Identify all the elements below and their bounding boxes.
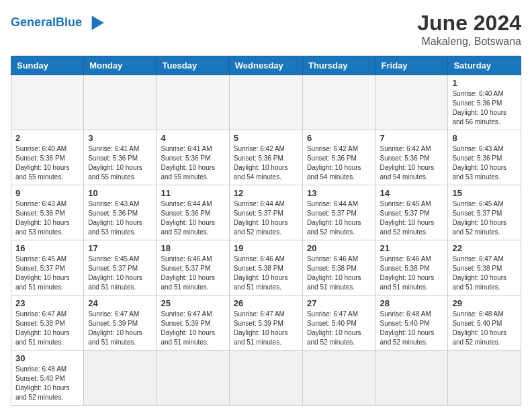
day-number: 19 [234, 243, 298, 253]
month-year-title: June 2024 [417, 11, 521, 36]
day-info: Sunrise: 6:46 AM Sunset: 5:37 PM Dayligh… [161, 255, 224, 292]
calendar-cell: 17Sunrise: 6:45 AM Sunset: 5:37 PM Dayli… [84, 240, 157, 295]
day-number: 28 [380, 298, 444, 308]
calendar-table: SundayMondayTuesdayWednesdayThursdayFrid… [11, 56, 521, 406]
day-info: Sunrise: 6:47 AM Sunset: 5:40 PM Dayligh… [307, 310, 371, 347]
calendar-cell [375, 75, 448, 130]
day-info: Sunrise: 6:41 AM Sunset: 5:36 PM Dayligh… [88, 144, 152, 182]
weekday-header-tuesday: Tuesday [157, 56, 229, 75]
calendar-cell [84, 351, 157, 406]
day-number: 13 [307, 188, 371, 198]
day-info: Sunrise: 6:47 AM Sunset: 5:39 PM Dayligh… [234, 310, 298, 347]
calendar-cell [229, 75, 302, 130]
calendar-cell: 1Sunrise: 6:40 AM Sunset: 5:36 PM Daylig… [448, 75, 521, 130]
day-info: Sunrise: 6:44 AM Sunset: 5:36 PM Dayligh… [161, 199, 224, 237]
calendar-cell [229, 351, 302, 406]
day-info: Sunrise: 6:48 AM Sunset: 5:40 PM Dayligh… [380, 310, 444, 347]
calendar-cell: 30Sunrise: 6:48 AM Sunset: 5:40 PM Dayli… [11, 351, 84, 406]
calendar-cell [302, 351, 375, 406]
day-info: Sunrise: 6:43 AM Sunset: 5:36 PM Dayligh… [88, 199, 152, 237]
day-number: 17 [88, 243, 152, 253]
day-number: 4 [161, 133, 224, 143]
day-info: Sunrise: 6:46 AM Sunset: 5:38 PM Dayligh… [380, 255, 444, 292]
weekday-header-sunday: Sunday [11, 56, 84, 75]
weekday-header-monday: Monday [84, 56, 157, 75]
day-number: 10 [88, 188, 152, 198]
calendar-cell [84, 75, 157, 130]
day-number: 30 [15, 353, 79, 363]
calendar-cell [11, 75, 84, 130]
day-number: 12 [234, 188, 298, 198]
day-info: Sunrise: 6:43 AM Sunset: 5:36 PM Dayligh… [452, 144, 517, 182]
day-number: 14 [380, 188, 444, 198]
day-number: 6 [307, 133, 371, 143]
calendar-cell: 20Sunrise: 6:46 AM Sunset: 5:38 PM Dayli… [302, 240, 375, 295]
day-number: 1 [452, 78, 517, 88]
day-number: 18 [161, 243, 224, 253]
day-number: 29 [452, 298, 517, 308]
calendar-cell [157, 351, 229, 406]
weekday-header-saturday: Saturday [448, 56, 521, 75]
logo: GeneralBlue [11, 11, 107, 35]
title-block: June 2024 Makaleng, Botswana [417, 11, 521, 48]
day-number: 26 [234, 298, 298, 308]
calendar-cell: 2Sunrise: 6:40 AM Sunset: 5:36 PM Daylig… [11, 130, 84, 185]
day-info: Sunrise: 6:42 AM Sunset: 5:36 PM Dayligh… [380, 144, 444, 182]
calendar-cell: 5Sunrise: 6:42 AM Sunset: 5:36 PM Daylig… [229, 130, 302, 185]
calendar-cell: 6Sunrise: 6:42 AM Sunset: 5:36 PM Daylig… [302, 130, 375, 185]
calendar-cell: 24Sunrise: 6:47 AM Sunset: 5:39 PM Dayli… [84, 295, 157, 351]
day-info: Sunrise: 6:45 AM Sunset: 5:37 PM Dayligh… [15, 255, 79, 292]
day-number: 3 [88, 133, 152, 143]
day-number: 2 [15, 133, 79, 143]
calendar-cell: 25Sunrise: 6:47 AM Sunset: 5:39 PM Dayli… [157, 295, 229, 351]
calendar-cell: 23Sunrise: 6:47 AM Sunset: 5:38 PM Dayli… [11, 295, 84, 351]
weekday-header-wednesday: Wednesday [229, 56, 302, 75]
day-info: Sunrise: 6:40 AM Sunset: 5:36 PM Dayligh… [452, 89, 517, 127]
day-info: Sunrise: 6:42 AM Sunset: 5:36 PM Dayligh… [307, 144, 371, 182]
svg-marker-0 [92, 15, 104, 30]
calendar-cell: 21Sunrise: 6:46 AM Sunset: 5:38 PM Dayli… [375, 240, 448, 295]
day-number: 22 [452, 243, 517, 253]
day-number: 11 [161, 188, 224, 198]
calendar-cell [375, 351, 448, 406]
weekday-header-friday: Friday [375, 56, 448, 75]
day-number: 15 [452, 188, 517, 198]
weekday-header-thursday: Thursday [302, 56, 375, 75]
day-info: Sunrise: 6:47 AM Sunset: 5:38 PM Dayligh… [452, 255, 517, 292]
day-info: Sunrise: 6:41 AM Sunset: 5:36 PM Dayligh… [161, 144, 224, 182]
day-info: Sunrise: 6:47 AM Sunset: 5:39 PM Dayligh… [161, 310, 224, 347]
calendar-cell: 27Sunrise: 6:47 AM Sunset: 5:40 PM Dayli… [302, 295, 375, 351]
calendar-cell: 3Sunrise: 6:41 AM Sunset: 5:36 PM Daylig… [84, 130, 157, 185]
day-info: Sunrise: 6:43 AM Sunset: 5:36 PM Dayligh… [15, 199, 79, 237]
day-number: 25 [161, 298, 224, 308]
day-number: 24 [88, 298, 152, 308]
day-info: Sunrise: 6:45 AM Sunset: 5:37 PM Dayligh… [380, 199, 444, 237]
day-info: Sunrise: 6:46 AM Sunset: 5:38 PM Dayligh… [307, 255, 371, 292]
calendar-cell: 9Sunrise: 6:43 AM Sunset: 5:36 PM Daylig… [11, 185, 84, 240]
calendar-cell: 15Sunrise: 6:45 AM Sunset: 5:37 PM Dayli… [448, 185, 521, 240]
calendar-cell: 7Sunrise: 6:42 AM Sunset: 5:36 PM Daylig… [375, 130, 448, 185]
day-number: 8 [452, 133, 517, 143]
day-info: Sunrise: 6:44 AM Sunset: 5:37 PM Dayligh… [307, 199, 371, 237]
calendar-cell: 4Sunrise: 6:41 AM Sunset: 5:36 PM Daylig… [157, 130, 229, 185]
calendar-cell [157, 75, 229, 130]
day-info: Sunrise: 6:48 AM Sunset: 5:40 PM Dayligh… [452, 310, 517, 347]
day-number: 7 [380, 133, 444, 143]
day-number: 23 [15, 298, 79, 308]
calendar-cell: 12Sunrise: 6:44 AM Sunset: 5:37 PM Dayli… [229, 185, 302, 240]
day-number: 5 [234, 133, 298, 143]
logo-icon [83, 11, 107, 35]
day-info: Sunrise: 6:45 AM Sunset: 5:37 PM Dayligh… [88, 255, 152, 292]
day-info: Sunrise: 6:47 AM Sunset: 5:38 PM Dayligh… [15, 310, 79, 347]
page-header: GeneralBlue June 2024 Makaleng, Botswana [11, 11, 521, 48]
day-info: Sunrise: 6:44 AM Sunset: 5:37 PM Dayligh… [234, 199, 298, 237]
day-number: 27 [307, 298, 371, 308]
calendar-cell [448, 351, 521, 406]
calendar-cell: 18Sunrise: 6:46 AM Sunset: 5:37 PM Dayli… [157, 240, 229, 295]
calendar-cell: 26Sunrise: 6:47 AM Sunset: 5:39 PM Dayli… [229, 295, 302, 351]
calendar-cell: 28Sunrise: 6:48 AM Sunset: 5:40 PM Dayli… [375, 295, 448, 351]
day-number: 16 [15, 243, 79, 253]
day-info: Sunrise: 6:42 AM Sunset: 5:36 PM Dayligh… [234, 144, 298, 182]
calendar-cell: 11Sunrise: 6:44 AM Sunset: 5:36 PM Dayli… [157, 185, 229, 240]
calendar-cell [302, 75, 375, 130]
